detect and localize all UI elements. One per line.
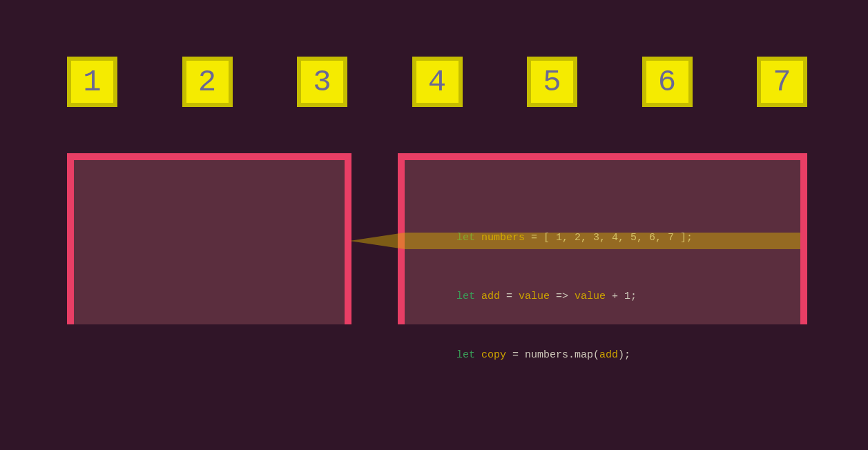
identifier: add xyxy=(481,291,500,302)
code-line-3: let copy = numbers.map(add); xyxy=(456,348,693,362)
number-label: 5 xyxy=(543,65,561,99)
numbers-row: 1 2 3 4 5 6 7 xyxy=(67,57,807,107)
arrow: => xyxy=(550,291,575,302)
code-text: ); xyxy=(618,349,630,361)
code-text: = numbers.map( xyxy=(506,349,599,361)
param: value xyxy=(519,291,550,302)
code-block: let numbers = [ 1, 2, 3, 4, 5, 6, 7 ]; l… xyxy=(456,202,693,407)
number-box-7: 7 xyxy=(757,57,807,107)
highlight-connector xyxy=(349,233,405,249)
code-panel: let numbers = [ 1, 2, 3, 4, 5, 6, 7 ]; l… xyxy=(398,153,807,324)
code-text: = xyxy=(500,291,519,302)
code-line-2: let add = value => value + 1; xyxy=(456,289,693,304)
identifier: copy xyxy=(481,349,506,361)
number-label: 4 xyxy=(428,65,446,99)
identifier: numbers xyxy=(481,232,525,244)
fn-ref: add xyxy=(599,349,618,361)
number-box-4: 4 xyxy=(412,57,463,107)
param: value xyxy=(575,291,606,302)
keyword-let: let xyxy=(456,232,475,244)
svg-marker-0 xyxy=(349,233,405,249)
number-label: 1 xyxy=(83,65,101,99)
number-label: 6 xyxy=(658,65,676,99)
output-panel xyxy=(67,153,351,324)
number-box-6: 6 xyxy=(642,57,693,107)
number-box-1: 1 xyxy=(67,57,117,107)
keyword-let: let xyxy=(456,349,475,361)
number-box-3: 3 xyxy=(297,57,347,107)
number-box-2: 2 xyxy=(182,57,233,107)
code-text: + 1; xyxy=(606,291,637,302)
code-text: = [ 1, 2, 3, 4, 5, 6, 7 ]; xyxy=(525,232,693,244)
number-box-5: 5 xyxy=(527,57,577,107)
number-label: 7 xyxy=(773,65,791,99)
code-line-1: let numbers = [ 1, 2, 3, 4, 5, 6, 7 ]; xyxy=(456,231,693,245)
keyword-let: let xyxy=(456,291,475,302)
number-label: 3 xyxy=(313,65,331,99)
number-label: 2 xyxy=(198,65,216,99)
